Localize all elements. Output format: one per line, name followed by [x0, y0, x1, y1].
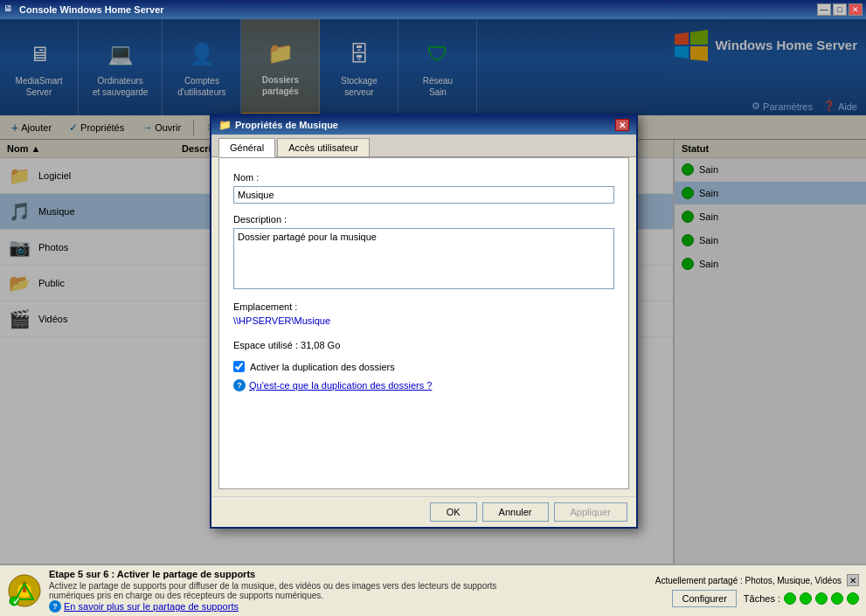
- apply-button[interactable]: Appliquer: [554, 502, 627, 522]
- task-indicator: [784, 592, 796, 605]
- desc-label: Description :: [233, 214, 614, 225]
- task-indicator: [815, 592, 828, 605]
- shared-label: Actuellement partagé : Photos, Musique, …: [655, 576, 842, 585]
- task-indicator: [847, 592, 859, 605]
- help-icon: ?: [233, 379, 246, 391]
- duplication-checkbox[interactable]: [233, 361, 245, 372]
- title-bar-text: Console Windows Home Server: [19, 4, 817, 15]
- bottom-text-area: Etape 5 sur 6 : Activer le partage de su…: [49, 569, 648, 613]
- dialog-footer: OK Annuler Appliquer: [211, 496, 636, 527]
- close-button[interactable]: ✕: [849, 3, 863, 16]
- dialog-body: Nom : Description : Dossier partagé pour…: [218, 157, 629, 489]
- configure-button[interactable]: Configurer: [672, 590, 736, 607]
- task-indicator: [800, 592, 812, 605]
- maximize-button[interactable]: □: [833, 3, 847, 16]
- bottom-help-icon: ?: [49, 600, 61, 613]
- bottom-icon: ✓: [7, 573, 42, 608]
- minimize-button[interactable]: —: [817, 3, 831, 16]
- help-link-text: Qu'est-ce que la duplication des dossier…: [249, 380, 432, 391]
- name-label: Nom :: [233, 172, 614, 183]
- notification-close-button[interactable]: ✕: [847, 574, 859, 586]
- dialog-close-button[interactable]: ✕: [615, 119, 629, 131]
- svg-text:✓: ✓: [12, 596, 20, 606]
- ok-button[interactable]: OK: [430, 502, 477, 522]
- description-input[interactable]: Dossier partagé pour la musique: [233, 228, 614, 289]
- title-bar: 🖥 Console Windows Home Server — □ ✕: [0, 0, 866, 19]
- bottom-link[interactable]: ? En savoir plus sur le partage de suppo…: [49, 600, 648, 613]
- help-link[interactable]: ? Qu'est-ce que la duplication des dossi…: [233, 379, 614, 391]
- duplication-label: Activer la duplication des dossiers: [250, 362, 395, 372]
- tab-acces[interactable]: Accès utilisateur: [277, 138, 370, 156]
- duplication-checkbox-row: Activer la duplication des dossiers: [233, 361, 614, 372]
- bottom-desc: Activez le partage de supports pour diff…: [49, 581, 648, 600]
- bottom-title: Etape 5 sur 6 : Activer le partage de su…: [49, 569, 648, 579]
- location-label: Emplacement :: [233, 301, 614, 312]
- bottom-right-area: Actuellement partagé : Photos, Musique, …: [655, 574, 859, 607]
- tasks-area: Tâches :: [744, 592, 859, 605]
- tasks-label: Tâches :: [744, 593, 780, 604]
- tab-general[interactable]: Général: [218, 138, 275, 157]
- name-input[interactable]: [233, 186, 614, 204]
- location-value: \\HPSERVER\Musique: [233, 315, 614, 326]
- disk-space-label: Espace utilisé : 31,08 Go: [233, 340, 614, 350]
- properties-dialog: 📁 Propriétés de Musique ✕ Général Accès …: [210, 114, 638, 529]
- dialog-title-icon: 📁: [218, 119, 232, 131]
- title-bar-buttons: — □ ✕: [817, 3, 863, 16]
- cancel-button[interactable]: Annuler: [482, 502, 549, 522]
- dialog-title-bar: 📁 Propriétés de Musique ✕: [211, 115, 636, 135]
- task-indicator: [831, 592, 843, 605]
- title-bar-icon: 🖥: [3, 3, 16, 16]
- dialog-tabs: Général Accès utilisateur: [211, 135, 636, 157]
- bottom-notification-bar: ✓ Etape 5 sur 6 : Activer le partage de …: [0, 564, 866, 616]
